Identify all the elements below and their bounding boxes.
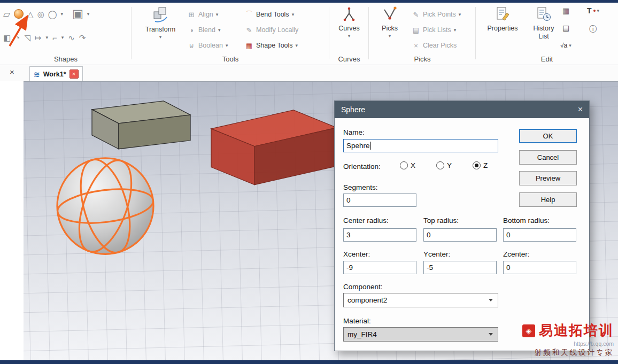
offset-dropdown-icon[interactable]: ▾ (61, 35, 64, 40)
ycenter-label: Ycenter: (423, 250, 450, 258)
ribbon-group-tools: Transform ▾ ⊞ Align ▾ ◑ Blend ▾ ⊎ Boolea… (132, 3, 329, 65)
material-select[interactable]: my_FIR4 (343, 327, 498, 342)
radio-circle (473, 161, 481, 169)
picks-button[interactable]: Picks ▾ (374, 6, 405, 38)
transform-dropdown-icon[interactable]: ▾ (159, 35, 162, 40)
shape-tools-dropdown-icon[interactable]: ▾ (296, 43, 298, 48)
text-tool-button[interactable]: T ▾ (587, 7, 599, 14)
chevron-down-icon (489, 333, 493, 336)
curve-tool-icon[interactable]: ∿ (68, 34, 75, 42)
modify-locally-icon: ✎ (245, 26, 253, 34)
boolean-button[interactable]: ⊎ Boolean ▾ (187, 39, 228, 52)
modify-locally-button[interactable]: ✎ Modify Locally (245, 24, 298, 36)
center-radius-input[interactable] (343, 228, 416, 242)
cone-shape-icon[interactable]: △ (27, 10, 34, 18)
bend-tools-dropdown-icon[interactable]: ▾ (292, 12, 295, 17)
clear-picks-button[interactable]: × Clear Picks (412, 39, 457, 52)
history-list-button[interactable]: History List (529, 6, 558, 40)
bottom-radius-input[interactable] (503, 228, 576, 242)
parameter-list-button[interactable]: ▤ (562, 24, 569, 32)
calculator-button[interactable]: ▦ (562, 7, 569, 14)
name-value: Spehre (346, 142, 370, 150)
orientation-y-label: Y (447, 161, 452, 169)
orientation-x-label: X (411, 161, 415, 169)
picks-dropdown-icon[interactable]: ▾ (389, 34, 391, 38)
align-icon: ⊞ (187, 11, 196, 19)
preview-button[interactable]: Preview (519, 171, 577, 185)
dialog-title-text: Sphere (341, 105, 365, 114)
transform-button[interactable]: Transform ▾ (139, 6, 182, 40)
curves-icon (342, 6, 356, 24)
orientation-y-radio[interactable]: Y (436, 161, 452, 169)
watermark: ◈ 易迪拓培训 https://b.qq.com 射频和天线设计专家 (522, 321, 614, 358)
bend-tools-icon: ⌒ (245, 10, 253, 19)
info-button[interactable]: ⓘ (589, 25, 597, 33)
orientation-x-radio[interactable]: X (400, 161, 415, 169)
group-separator (475, 7, 476, 59)
bend-tools-button[interactable]: ⌒ Bend Tools ▾ (245, 8, 294, 21)
history-list-label: History List (529, 25, 558, 40)
ycenter-input[interactable] (423, 261, 497, 274)
help-button[interactable]: Help (519, 192, 577, 207)
tab-work1[interactable]: ≋ Work1* × (29, 66, 83, 81)
ribbon-group-edit: Properties History List ▦ ▤ √a ▾ T (476, 3, 618, 65)
align-dropdown-icon: ▾ (216, 12, 219, 17)
name-input[interactable]: Spehre (343, 139, 498, 152)
zcenter-input[interactable] (503, 261, 576, 274)
tab-close-icon[interactable]: × (69, 69, 79, 79)
orientation-label: Orientation: (343, 162, 381, 171)
gray-box-object[interactable] (92, 101, 190, 149)
ribbon-group-curves: Curves ▾ Curves (329, 3, 369, 65)
cancel-button[interactable]: Cancel (519, 150, 577, 165)
pick-points-button[interactable]: ✎ Pick Points ▾ (412, 8, 461, 21)
collapsed-side-panel (0, 81, 24, 360)
calculator-icon: ▦ (562, 7, 569, 14)
sketch-tool-icon[interactable]: ◧ (3, 34, 11, 42)
top-radius-input[interactable] (423, 228, 497, 242)
extrude-face-dropdown-icon[interactable]: ▾ (45, 35, 48, 40)
pick-points-label: Pick Points (423, 11, 456, 18)
box-shape-icon[interactable]: ▱ (3, 10, 10, 19)
arc-tool-icon[interactable]: ↷ (79, 34, 86, 42)
offset-tool-icon[interactable]: ⌐ (52, 34, 57, 42)
xcenter-input[interactable] (343, 261, 416, 274)
dialog-close-icon[interactable]: × (578, 105, 583, 114)
ribbon-group-shapes: ▱ △ ◎ ◯ ▾ ▣ ▾ ◧ ◔ ◹ ↦ ▾ ⌐ ▾ ∿ ↷ Shapes (0, 3, 132, 65)
bottom-radius-label: Bottom radius: (503, 216, 550, 224)
extrude-face-icon[interactable]: ↦ (35, 34, 42, 42)
ok-button[interactable]: OK (519, 129, 577, 143)
boolean-dropdown-icon: ▾ (226, 43, 228, 48)
document-icon: ▤ (562, 24, 569, 32)
blend-button[interactable]: ◑ Blend ▾ (187, 24, 221, 36)
sqrt-dropdown-icon[interactable]: ▾ (569, 43, 571, 48)
text-caret (370, 142, 371, 150)
align-button[interactable]: ⊞ Align ▾ (187, 8, 218, 21)
orientation-z-radio[interactable]: Z (473, 161, 488, 169)
panel-close-icon[interactable]: × (10, 67, 14, 76)
segments-input[interactable] (343, 193, 416, 207)
shapes-group-label: Shapes (0, 55, 132, 63)
pick-lists-button[interactable]: ▤ Pick Lists ▾ (412, 24, 456, 36)
sphere-dialog: Sphere × Name: Spehre OK Cancel Preview … (334, 100, 590, 351)
watermark-logo-icon: ◈ (522, 324, 535, 337)
extrude-icon[interactable]: ▣ (72, 8, 83, 20)
curves-button[interactable]: Curves ▾ (335, 6, 364, 38)
properties-button[interactable]: Properties (484, 6, 521, 33)
pick-lists-dropdown-icon: ▾ (454, 28, 457, 33)
shape-tools-button[interactable]: ▦ Shape Tools ▾ (245, 39, 298, 52)
modify-locally-label: Modify Locally (256, 26, 298, 34)
text-tool-dropdown-icon[interactable]: ▾ (597, 9, 600, 13)
shapes-dropdown-icon[interactable]: ▾ (61, 12, 64, 17)
component-select[interactable]: component2 (343, 293, 498, 307)
cylinder-shape-icon[interactable]: ◯ (48, 10, 57, 18)
shape-tools-icon: ▦ (245, 42, 253, 50)
torus-shape-icon[interactable]: ◎ (37, 10, 44, 18)
extrude-dropdown-icon[interactable]: ▾ (87, 12, 90, 17)
parametric-equation-button[interactable]: √a ▾ (560, 42, 571, 49)
curves-dropdown-icon[interactable]: ▾ (348, 34, 351, 38)
dialog-titlebar[interactable]: Sphere × (335, 101, 589, 118)
properties-icon (496, 6, 510, 24)
face-tool-icon[interactable]: ◔ (15, 34, 20, 42)
chamfer-tool-icon[interactable]: ◹ (24, 34, 30, 42)
sphere-shape-icon[interactable] (14, 9, 24, 19)
